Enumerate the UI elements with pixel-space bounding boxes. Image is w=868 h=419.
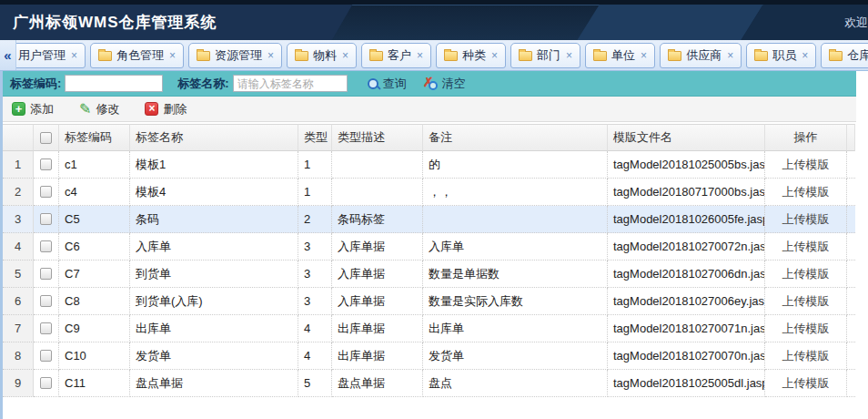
cell-action: 上传模版 — [765, 179, 847, 206]
clear-icon — [423, 77, 438, 90]
cell-action: 上传模版 — [765, 206, 847, 233]
upload-template-link[interactable]: 上传模版 — [782, 184, 830, 200]
cell-type: 4 — [298, 342, 332, 370]
filler-cell — [847, 233, 855, 261]
tab-close-icon[interactable]: × — [491, 50, 498, 61]
upload-template-link[interactable]: 上传模版 — [782, 321, 830, 337]
tab-close-icon[interactable]: × — [169, 50, 176, 61]
tab-item-3[interactable]: 资源管理× — [188, 43, 282, 68]
tab-label: 单位 — [611, 47, 635, 64]
row-checkbox[interactable] — [40, 377, 52, 389]
cell-name: 条码 — [130, 206, 298, 233]
app-header: 广州标领WMS仓库管理系统 欢迎 — [0, 0, 868, 40]
tab-label: 仓库 — [847, 47, 868, 64]
filler-cell — [847, 261, 855, 288]
table-row[interactable]: 3C5条码2条码标签tagModel20181026005fe.jasper上传… — [3, 206, 855, 233]
tab-item-11[interactable]: 仓库× — [821, 43, 868, 68]
upload-template-link[interactable]: 上传模版 — [782, 157, 830, 173]
upload-template-link[interactable]: 上传模版 — [782, 375, 830, 392]
tab-label: 资源管理 — [215, 47, 262, 64]
clear-button-label: 清空 — [442, 76, 466, 92]
tab-close-icon[interactable]: × — [641, 50, 647, 61]
column-header-type: 类型 — [298, 124, 332, 151]
tab-close-icon[interactable]: × — [566, 50, 572, 61]
cell-action: 上传模版 — [765, 288, 847, 315]
tag-name-input[interactable] — [233, 75, 348, 92]
cell-code: C11 — [59, 370, 130, 397]
tab-item-5[interactable]: 客户× — [361, 43, 431, 68]
data-grid: 标签编码 标签名称 类型 类型描述 备注 模版文件名 操作 1c1模板11的ta… — [3, 124, 855, 397]
table-row[interactable]: 8C10发货单4出库单据发货单tagModel201810270070n.jas… — [3, 342, 855, 370]
tab-item-4[interactable]: 物料× — [287, 43, 357, 68]
tab-item-7[interactable]: 部门× — [510, 43, 580, 68]
row-number: 3 — [3, 206, 34, 233]
cell-code: c1 — [59, 151, 130, 179]
tab-close-icon[interactable]: × — [342, 50, 348, 61]
add-button-label: 添加 — [30, 101, 54, 118]
clear-button[interactable]: 清空 — [423, 76, 466, 92]
table-row[interactable]: 9C11盘点单据5盘点单据盘点tagModel20181025005dl.jas… — [3, 370, 855, 397]
tabs-scroll-left-button[interactable]: « — [0, 40, 16, 70]
cell-type-desc: 盘点单据 — [332, 370, 423, 397]
tab-item-9[interactable]: 供应商× — [660, 43, 742, 68]
query-button[interactable]: 查询 — [368, 76, 407, 92]
row-checkbox[interactable] — [40, 268, 52, 280]
cell-name: 模板1 — [130, 151, 298, 179]
tab-item-8[interactable]: 单位× — [585, 43, 655, 68]
tab-item-2[interactable]: 角色管理× — [90, 43, 184, 68]
row-checkbox[interactable] — [40, 350, 52, 362]
upload-template-link[interactable]: 上传模版 — [782, 239, 830, 255]
row-checkbox[interactable] — [40, 322, 52, 334]
row-checkbox-cell — [34, 342, 59, 370]
row-checkbox[interactable] — [40, 240, 52, 252]
tab-label: 职员 — [772, 47, 796, 64]
folder-icon — [369, 51, 383, 61]
row-checkbox-cell — [34, 151, 59, 179]
folder-icon — [754, 51, 768, 61]
cell-name: 模板4 — [130, 179, 298, 206]
edit-button[interactable]: ✎ 修改 — [76, 99, 123, 119]
cell-type: 1 — [298, 151, 332, 179]
table-row[interactable]: 7C9出库单4出库单据出库单tagModel201810270071n.jasp… — [3, 315, 855, 342]
cell-file: tagModel20181026005fe.jasper — [608, 206, 765, 233]
table-row[interactable]: 2c4模板41，，tagModel20180717000bs.jasper上传模… — [3, 179, 855, 206]
tab-item-6[interactable]: 种类× — [436, 43, 506, 68]
delete-button[interactable]: × 删除 — [141, 99, 190, 119]
table-row[interactable]: 5C7到货单3入库单据数量是单据数tagModel20181027006dn.j… — [3, 261, 855, 288]
upload-template-link[interactable]: 上传模版 — [782, 348, 830, 364]
row-checkbox-cell — [34, 206, 59, 233]
tab-close-icon[interactable]: × — [417, 50, 423, 61]
tab-close-icon[interactable]: × — [267, 50, 274, 61]
column-header-type-desc: 类型描述 — [332, 124, 423, 151]
upload-template-link[interactable]: 上传模版 — [782, 211, 830, 228]
cell-code: C8 — [59, 288, 130, 315]
cell-remark: 数量是单据数 — [423, 261, 608, 288]
filler-cell — [847, 370, 855, 397]
upload-template-link[interactable]: 上传模版 — [782, 293, 830, 310]
row-checkbox[interactable] — [40, 186, 52, 198]
folder-icon — [197, 51, 210, 61]
folder-icon — [668, 51, 681, 61]
tab-bar: « 用户管理×角色管理×资源管理×物料×客户×种类×部门×单位×供应商×职员×仓… — [0, 40, 868, 71]
row-checkbox[interactable] — [40, 158, 52, 170]
tag-code-input[interactable] — [65, 75, 163, 92]
upload-template-link[interactable]: 上传模版 — [782, 266, 830, 282]
cell-file: tagModel20181027006ey.jasper — [608, 288, 765, 315]
tab-item-10[interactable]: 职员× — [746, 43, 816, 68]
tab-close-icon[interactable]: × — [727, 50, 733, 61]
tab-close-icon[interactable]: × — [71, 50, 77, 61]
table-row[interactable]: 4C6入库单3入库单据入库单tagModel201810270072n.jasp… — [3, 233, 855, 261]
table-row[interactable]: 1c1模板11的tagModel20181025005bs.jasper上传模版 — [3, 151, 855, 179]
column-header-code: 标签编码 — [59, 124, 130, 151]
cell-code: c4 — [59, 179, 130, 206]
tab-close-icon[interactable]: × — [802, 50, 808, 61]
row-checkbox[interactable] — [40, 295, 52, 307]
folder-icon — [295, 51, 308, 61]
add-button[interactable]: + 添加 — [8, 99, 57, 119]
row-checkbox[interactable] — [40, 213, 52, 225]
plus-icon: + — [12, 102, 25, 116]
select-all-cell — [34, 124, 59, 151]
select-all-checkbox[interactable] — [40, 132, 52, 144]
table-row[interactable]: 6C8到货单(入库)3入库单据数量是实际入库数tagModel201810270… — [3, 288, 855, 315]
chevron-left-icon: « — [4, 47, 11, 63]
